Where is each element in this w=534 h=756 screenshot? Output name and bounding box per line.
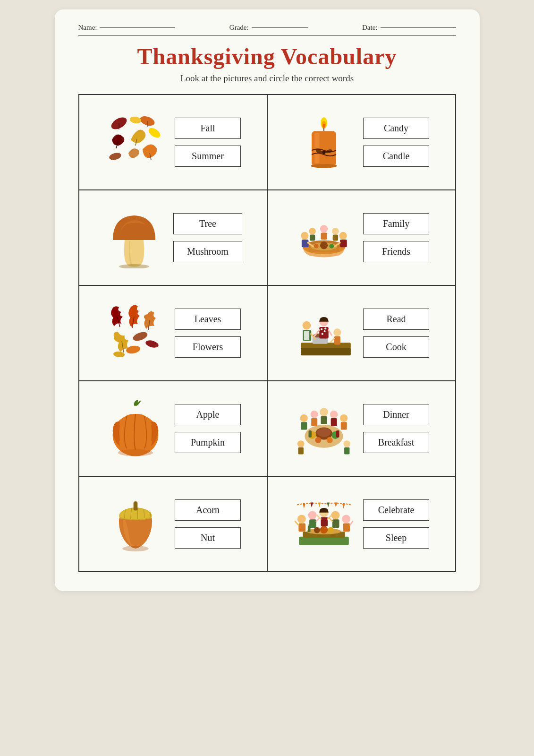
cell-autumn-leaves: Fall Summer (79, 95, 268, 189)
svg-point-125 (342, 515, 350, 524)
svg-point-78 (311, 411, 318, 418)
svg-point-112 (297, 515, 306, 524)
feast-image (293, 398, 355, 459)
svg-point-58 (322, 333, 323, 335)
svg-point-25 (301, 232, 308, 240)
grid-row-4: Apple Pumpkin (79, 381, 455, 477)
svg-point-50 (303, 321, 311, 330)
svg-marker-102 (318, 503, 321, 508)
cell-mushroom: Tree Mushroom (79, 190, 268, 285)
svg-point-8 (109, 152, 122, 161)
cooking-image (293, 302, 355, 364)
svg-point-6 (129, 116, 142, 124)
svg-point-66 (118, 449, 153, 456)
svg-rect-87 (298, 447, 304, 455)
mushroom-image (103, 207, 165, 268)
svg-rect-116 (309, 519, 316, 528)
svg-point-23 (314, 244, 319, 249)
svg-line-61 (329, 330, 332, 335)
svg-rect-75 (336, 430, 339, 438)
page-title: Thanksgiving Vocabulary (78, 43, 456, 69)
svg-marker-103 (327, 503, 330, 508)
cell-candle: Candy Candle (268, 95, 455, 189)
svg-rect-79 (311, 418, 317, 426)
celebrate-words: Celebrate Sleep (363, 499, 429, 549)
svg-point-12 (322, 124, 325, 128)
svg-marker-100 (303, 504, 305, 509)
word-candy: Candy (363, 118, 429, 139)
celebrate-image (293, 493, 355, 555)
svg-rect-74 (309, 430, 312, 438)
svg-rect-15 (314, 133, 319, 163)
svg-point-97 (122, 546, 148, 551)
grid-row-1: Fall Summer (79, 95, 455, 190)
svg-rect-89 (344, 447, 349, 455)
svg-rect-63 (334, 336, 340, 345)
date-label: Date: (362, 24, 377, 32)
svg-line-117 (316, 518, 320, 522)
name-label: Name: (78, 24, 97, 32)
worksheet-page: Name: Grade: Date: Thanksgiving Vocabula… (55, 9, 480, 591)
svg-rect-55 (319, 327, 329, 338)
word-candle: Candle (363, 146, 429, 167)
word-dinner: Dinner (363, 404, 429, 425)
svg-point-57 (324, 330, 326, 332)
svg-point-41 (132, 330, 149, 343)
svg-line-124 (329, 518, 332, 522)
svg-marker-105 (342, 504, 345, 509)
svg-point-107 (314, 527, 320, 533)
svg-rect-85 (341, 422, 347, 430)
svg-rect-98 (299, 537, 349, 545)
word-nut: Nut (175, 527, 241, 549)
autumn-leaves-2-image (105, 302, 166, 364)
svg-point-24 (329, 244, 334, 249)
svg-point-43 (126, 345, 141, 355)
feast-words: Dinner Breakfast (363, 404, 429, 453)
svg-rect-96 (134, 501, 138, 510)
acorn-image (105, 493, 166, 555)
svg-point-17 (311, 164, 337, 168)
family-words: Family Friends (363, 213, 429, 262)
fall-words: Fall Summer (175, 118, 241, 167)
cell-cooking: Read Cook (268, 286, 455, 380)
cell-celebrate: Celebrate Sleep (268, 477, 455, 571)
word-apple: Apple (175, 404, 241, 425)
svg-point-72 (315, 437, 321, 443)
svg-rect-52 (304, 331, 309, 340)
svg-rect-46 (301, 348, 351, 355)
svg-point-31 (309, 228, 316, 235)
word-read: Read (363, 309, 429, 330)
svg-rect-32 (310, 235, 315, 241)
word-pumpkin: Pumpkin (175, 432, 241, 453)
word-leaves: Leaves (175, 309, 241, 330)
header-fields: Name: Grade: Date: (78, 24, 456, 32)
cell-family: Family Friends (268, 190, 455, 285)
svg-rect-83 (331, 418, 337, 426)
pumpkin-image (105, 398, 166, 459)
cook-words: Read Cook (363, 309, 429, 358)
svg-rect-123 (332, 519, 339, 528)
svg-rect-30 (321, 232, 327, 240)
svg-rect-113 (298, 523, 305, 532)
svg-line-64 (331, 338, 334, 342)
svg-point-88 (343, 440, 350, 447)
svg-marker-104 (335, 503, 338, 508)
svg-point-109 (328, 527, 334, 533)
grade-label: Grade: (229, 24, 249, 32)
word-tree: Tree (173, 213, 242, 234)
svg-point-80 (320, 408, 328, 416)
word-celebrate: Celebrate (363, 499, 429, 521)
svg-line-127 (350, 521, 353, 525)
svg-point-18 (119, 264, 149, 268)
svg-point-86 (297, 440, 305, 447)
family-image (293, 207, 355, 268)
word-friends: Friends (363, 241, 429, 262)
svg-marker-101 (311, 503, 314, 508)
word-flowers: Flowers (175, 336, 241, 358)
svg-point-76 (300, 414, 308, 422)
word-cook: Cook (363, 336, 429, 358)
svg-point-33 (332, 228, 339, 235)
word-family: Family (363, 213, 429, 234)
svg-rect-119 (321, 517, 328, 526)
candle-image (293, 112, 355, 173)
